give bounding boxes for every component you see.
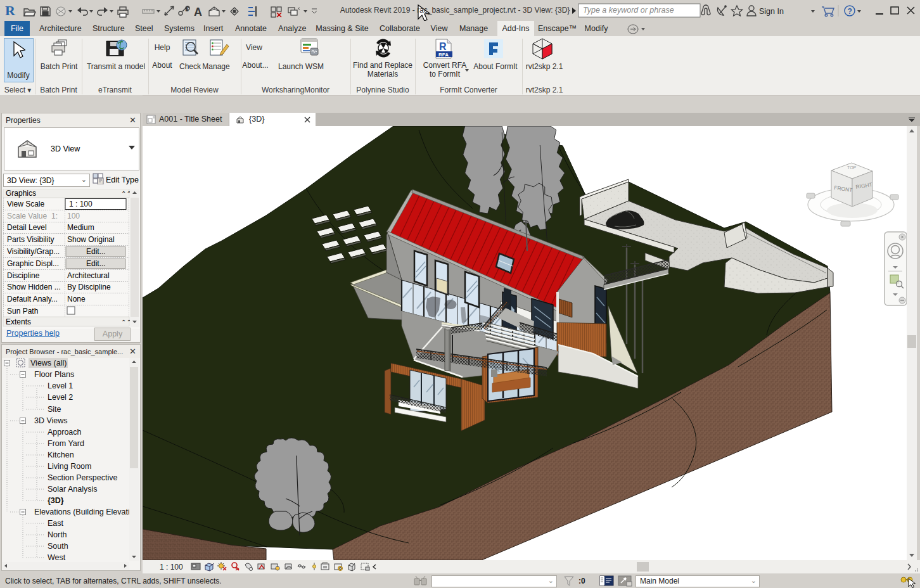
svg-text:Detail Level: Detail Level (7, 223, 47, 232)
svg-text:North: North (48, 530, 67, 539)
svg-text:Default Analy...: Default Analy... (7, 295, 58, 304)
svg-text:West: West (48, 553, 66, 562)
svg-text:Medium: Medium (67, 223, 94, 232)
svg-text:Extents: Extents (6, 317, 31, 326)
svg-text:Kitchen: Kitchen (48, 451, 74, 459)
svg-text:By Discipline: By Discipline (67, 283, 111, 291)
svg-text:Architectural: Architectural (67, 271, 110, 280)
svg-text:RFA: RFA (438, 52, 449, 58)
svg-text:Scale Value: Scale Value (7, 212, 47, 220)
svg-text:Site: Site (48, 405, 61, 414)
svg-text:South: South (48, 542, 68, 551)
svg-text:100: 100 (67, 212, 80, 220)
svg-text:Graphics: Graphics (6, 189, 36, 198)
svg-text:Show Original: Show Original (67, 235, 115, 244)
svg-text:Living Room: Living Room (48, 462, 91, 471)
svg-text:Sun Path: Sun Path (7, 307, 38, 316)
svg-text:{3D}: {3D} (48, 496, 64, 505)
svg-text:From Yard: From Yard (48, 439, 84, 448)
svg-text:3D Views: 3D Views (34, 416, 68, 425)
svg-text:Solar Analysis: Solar Analysis (48, 485, 98, 494)
svg-text:Discipline: Discipline (7, 271, 40, 280)
svg-text:Level 1: Level 1 (48, 381, 73, 390)
svg-text:Approach: Approach (48, 428, 82, 437)
svg-text:TOP: TOP (847, 165, 857, 170)
svg-text:Show Hidden ...: Show Hidden ... (7, 283, 61, 291)
svg-text:East: East (48, 519, 64, 528)
svg-text:View Scale: View Scale (7, 200, 44, 208)
svg-text:Visibility/Grap...: Visibility/Grap... (7, 247, 60, 256)
svg-text:Parts Visibility: Parts Visibility (7, 235, 54, 244)
svg-text:Edit...: Edit... (86, 247, 106, 256)
svg-text:1 : 100: 1 : 100 (69, 200, 93, 208)
svg-text:R: R (439, 41, 447, 52)
svg-text:Floor Plans: Floor Plans (34, 370, 74, 379)
svg-text:1:: 1: (51, 212, 58, 220)
svg-text:None: None (67, 295, 86, 304)
svg-text:Level 2: Level 2 (48, 393, 73, 402)
svg-text:Views (all): Views (all) (30, 359, 67, 368)
svg-text:Elevations (Building Elevation: Elevations (Building Elevation (34, 508, 139, 516)
svg-text:Graphic Displ...: Graphic Displ... (7, 259, 59, 268)
svg-text:Section Perspective: Section Perspective (48, 473, 118, 482)
svg-text:Edit...: Edit... (86, 259, 106, 268)
